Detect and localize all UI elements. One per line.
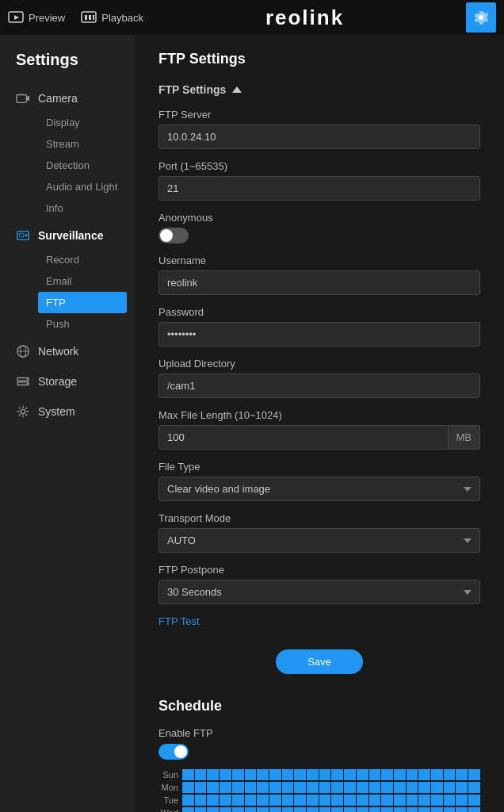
cell-sun-22[interactable] <box>456 769 468 780</box>
cell-sun-7[interactable] <box>269 769 281 780</box>
cell-sun-2[interactable] <box>207 769 219 780</box>
cell-sun-1[interactable] <box>195 769 207 780</box>
anonymous-toggle[interactable] <box>158 228 189 243</box>
cell-wed-13[interactable] <box>344 807 356 812</box>
cell-wed-0[interactable] <box>182 807 194 812</box>
upload-dir-input[interactable] <box>158 373 480 398</box>
cell-tue-4[interactable] <box>232 795 244 806</box>
port-input[interactable] <box>158 176 480 201</box>
cell-tue-1[interactable] <box>195 795 207 806</box>
cell-sun-0[interactable] <box>182 769 194 780</box>
cell-mon-10[interactable] <box>307 782 319 793</box>
sidebar-item-audio-light[interactable]: Audio and Light <box>38 176 135 197</box>
sidebar-item-record[interactable]: Record <box>38 249 135 270</box>
cell-sun-15[interactable] <box>369 769 381 780</box>
cell-wed-21[interactable] <box>444 807 456 812</box>
cell-mon-14[interactable] <box>357 782 368 793</box>
cell-wed-7[interactable] <box>269 807 281 812</box>
cell-wed-4[interactable] <box>232 807 244 812</box>
cell-wed-6[interactable] <box>257 807 269 812</box>
cell-mon-6[interactable] <box>257 782 269 793</box>
cell-mon-3[interactable] <box>220 782 231 793</box>
cell-sun-5[interactable] <box>245 769 257 780</box>
cell-wed-9[interactable] <box>294 807 306 812</box>
cell-mon-7[interactable] <box>269 782 281 793</box>
cell-mon-21[interactable] <box>444 782 456 793</box>
file-type-select[interactable]: Clear video and image Video only Image o… <box>158 477 480 501</box>
cell-tue-13[interactable] <box>344 795 356 806</box>
cell-wed-1[interactable] <box>195 807 207 812</box>
cell-tue-0[interactable] <box>182 795 194 806</box>
cell-wed-11[interactable] <box>319 807 331 812</box>
cell-tue-11[interactable] <box>319 795 331 806</box>
sidebar-item-info[interactable]: Info <box>38 197 135 219</box>
cell-wed-8[interactable] <box>282 807 294 812</box>
cell-mon-11[interactable] <box>319 782 331 793</box>
sidebar-item-ftp[interactable]: FTP <box>38 292 127 313</box>
cell-tue-2[interactable] <box>207 795 219 806</box>
cell-wed-3[interactable] <box>220 807 231 812</box>
ftp-save-button[interactable]: Save <box>276 649 363 674</box>
sidebar-item-surveillance[interactable]: Surveillance <box>0 222 135 249</box>
cell-mon-12[interactable] <box>331 782 343 793</box>
cell-wed-14[interactable] <box>357 807 368 812</box>
cell-tue-10[interactable] <box>307 795 319 806</box>
cell-tue-15[interactable] <box>369 795 381 806</box>
cell-mon-9[interactable] <box>294 782 306 793</box>
cell-sun-10[interactable] <box>307 769 319 780</box>
cell-mon-19[interactable] <box>418 782 430 793</box>
cell-mon-17[interactable] <box>394 782 406 793</box>
cell-sun-20[interactable] <box>431 769 443 780</box>
username-input[interactable] <box>158 270 480 295</box>
cell-sun-3[interactable] <box>220 769 231 780</box>
cell-mon-2[interactable] <box>207 782 219 793</box>
cell-sun-6[interactable] <box>257 769 269 780</box>
cell-tue-17[interactable] <box>394 795 406 806</box>
cell-mon-4[interactable] <box>232 782 244 793</box>
cell-mon-15[interactable] <box>369 782 381 793</box>
cell-tue-19[interactable] <box>418 795 430 806</box>
cell-wed-22[interactable] <box>456 807 468 812</box>
cell-tue-18[interactable] <box>407 795 418 806</box>
sidebar-item-stream[interactable]: Stream <box>38 133 135 155</box>
cell-wed-12[interactable] <box>331 807 343 812</box>
cell-wed-23[interactable] <box>468 807 480 812</box>
cell-wed-19[interactable] <box>418 807 430 812</box>
cell-sun-14[interactable] <box>357 769 368 780</box>
ftp-test-link[interactable]: FTP Test <box>158 615 200 627</box>
cell-mon-23[interactable] <box>468 782 480 793</box>
cell-tue-9[interactable] <box>294 795 306 806</box>
cell-tue-21[interactable] <box>444 795 456 806</box>
cell-sun-17[interactable] <box>394 769 406 780</box>
postpone-select[interactable]: 30 Seconds 1 Minute 5 Minutes 10 Minutes <box>158 580 480 604</box>
cell-tue-16[interactable] <box>381 795 393 806</box>
cell-tue-6[interactable] <box>257 795 269 806</box>
cell-mon-20[interactable] <box>431 782 443 793</box>
settings-button[interactable] <box>466 2 496 33</box>
cell-mon-18[interactable] <box>407 782 418 793</box>
cell-sun-13[interactable] <box>344 769 356 780</box>
cell-sun-9[interactable] <box>294 769 306 780</box>
sidebar-item-email[interactable]: Email <box>38 270 135 292</box>
cell-tue-12[interactable] <box>331 795 343 806</box>
cell-sun-11[interactable] <box>319 769 331 780</box>
password-input[interactable] <box>158 322 480 347</box>
cell-sun-12[interactable] <box>331 769 343 780</box>
cell-wed-20[interactable] <box>431 807 443 812</box>
enable-ftp-toggle[interactable] <box>158 744 189 760</box>
cell-sun-23[interactable] <box>468 769 480 780</box>
cell-wed-15[interactable] <box>369 807 381 812</box>
cell-sun-19[interactable] <box>418 769 430 780</box>
cell-wed-10[interactable] <box>307 807 319 812</box>
sidebar-item-push[interactable]: Push <box>38 313 135 335</box>
cell-sun-8[interactable] <box>282 769 294 780</box>
sidebar-item-detection[interactable]: Detection <box>38 155 135 176</box>
cell-tue-8[interactable] <box>282 795 294 806</box>
cell-sun-16[interactable] <box>381 769 393 780</box>
cell-tue-23[interactable] <box>468 795 480 806</box>
cell-mon-8[interactable] <box>282 782 294 793</box>
ftp-server-input[interactable] <box>158 124 480 149</box>
cell-sun-18[interactable] <box>407 769 418 780</box>
cell-tue-7[interactable] <box>269 795 281 806</box>
cell-tue-14[interactable] <box>357 795 368 806</box>
